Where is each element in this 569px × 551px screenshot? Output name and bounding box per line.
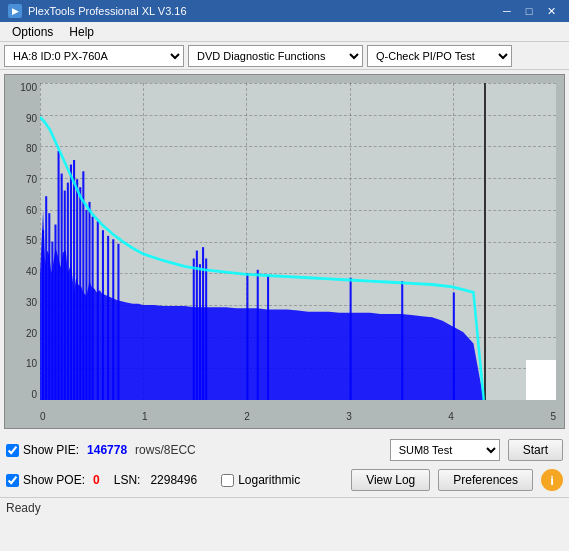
y-label-80: 80 [26, 144, 37, 154]
svg-rect-25 [196, 251, 198, 400]
svg-rect-20 [102, 230, 104, 400]
minimize-button[interactable]: ─ [497, 3, 517, 19]
pie-value: 146778 [87, 443, 127, 457]
title-bar: ▶ PlexTools Professional XL V3.16 ─ □ ✕ [0, 0, 569, 22]
x-label-0: 0 [40, 411, 46, 422]
y-label-90: 90 [26, 114, 37, 124]
show-poe-checkbox[interactable] [6, 474, 19, 487]
window-controls: ─ □ ✕ [497, 3, 561, 19]
y-label-60: 60 [26, 206, 37, 216]
svg-rect-26 [199, 264, 201, 400]
info-button[interactable]: i [541, 469, 563, 491]
x-label-1: 1 [142, 411, 148, 422]
log-checkbox-group: Logarithmic [221, 473, 300, 487]
status-text: Ready [6, 501, 41, 515]
drive-select[interactable]: HA:8 ID:0 PX-760A [4, 45, 184, 67]
svg-rect-24 [193, 258, 195, 400]
maximize-button[interactable]: □ [519, 3, 539, 19]
svg-rect-8 [61, 174, 63, 400]
svg-rect-23 [117, 244, 119, 400]
svg-rect-29 [246, 273, 248, 400]
function-select[interactable]: DVD Diagnostic Functions [188, 45, 363, 67]
chart-canvas [40, 83, 556, 400]
lsn-label: LSN: [114, 473, 141, 487]
x-label-4: 4 [448, 411, 454, 422]
svg-rect-15 [82, 171, 84, 400]
svg-rect-18 [92, 217, 94, 400]
lsn-value: 2298496 [150, 473, 197, 487]
start-button[interactable]: Start [508, 439, 563, 461]
title-bar-left: ▶ PlexTools Professional XL V3.16 [8, 4, 187, 18]
app-title: PlexTools Professional XL V3.16 [28, 5, 187, 17]
test-select[interactable]: Q-Check PI/PO Test [367, 45, 512, 67]
menu-help[interactable]: Help [61, 23, 102, 41]
poe-value: 0 [93, 473, 100, 487]
svg-rect-22 [112, 239, 114, 400]
y-label-40: 40 [26, 267, 37, 277]
svg-rect-5 [51, 242, 53, 401]
menu-bar: Options Help [0, 22, 569, 42]
svg-rect-19 [97, 221, 99, 400]
y-label-10: 10 [26, 359, 37, 369]
status-bar: Ready [0, 497, 569, 517]
show-poe-label: Show POE: [23, 473, 85, 487]
y-label-100: 100 [20, 83, 37, 93]
svg-rect-9 [64, 191, 66, 400]
svg-rect-33 [401, 281, 403, 400]
sum-test-select[interactable]: SUM8 Test SUM1 Test [390, 439, 500, 461]
close-button[interactable]: ✕ [541, 3, 561, 19]
svg-marker-1 [40, 210, 484, 400]
svg-rect-10 [67, 183, 69, 400]
y-label-70: 70 [26, 175, 37, 185]
svg-rect-28 [205, 258, 207, 400]
svg-rect-32 [350, 278, 352, 400]
view-log-button[interactable]: View Log [351, 469, 430, 491]
svg-rect-30 [257, 270, 259, 400]
svg-rect-3 [45, 196, 47, 400]
bottom-row-2: Show POE: 0 LSN: 2298496 Logarithmic Vie… [6, 467, 563, 493]
y-label-30: 30 [26, 298, 37, 308]
svg-rect-31 [267, 275, 269, 400]
chart-area: 100 90 80 70 60 50 40 30 20 10 0 [4, 74, 565, 429]
svg-rect-12 [73, 160, 75, 400]
svg-rect-13 [76, 179, 78, 400]
rows-text: rows/8ECC [135, 443, 196, 457]
bottom-panel: Show PIE: 146778 rows/8ECC SUM8 Test SUM… [0, 433, 569, 497]
poe-checkbox-group: Show POE: [6, 473, 85, 487]
svg-rect-2 [42, 230, 44, 400]
svg-rect-11 [70, 165, 72, 400]
svg-rect-21 [107, 236, 109, 400]
chart-svg [40, 83, 556, 400]
preferences-button[interactable]: Preferences [438, 469, 533, 491]
logarithmic-checkbox[interactable] [221, 474, 234, 487]
y-axis: 100 90 80 70 60 50 40 30 20 10 0 [5, 83, 40, 400]
x-label-5: 5 [550, 411, 556, 422]
y-label-50: 50 [26, 236, 37, 246]
svg-rect-6 [54, 225, 56, 400]
svg-rect-34 [453, 292, 455, 400]
svg-rect-17 [89, 202, 91, 400]
svg-rect-4 [48, 213, 50, 400]
app-icon: ▶ [8, 4, 22, 18]
y-label-0: 0 [31, 390, 37, 400]
logarithmic-label: Logarithmic [238, 473, 300, 487]
svg-rect-7 [58, 151, 60, 400]
x-label-3: 3 [346, 411, 352, 422]
svg-rect-14 [79, 187, 81, 400]
toolbar: HA:8 ID:0 PX-760A DVD Diagnostic Functio… [0, 42, 569, 70]
svg-rect-16 [85, 210, 87, 400]
x-axis: 0 1 2 3 4 5 [40, 411, 556, 422]
y-label-20: 20 [26, 329, 37, 339]
x-label-2: 2 [244, 411, 250, 422]
menu-options[interactable]: Options [4, 23, 61, 41]
pie-checkbox-group: Show PIE: [6, 443, 79, 457]
show-pie-checkbox[interactable] [6, 444, 19, 457]
show-pie-label: Show PIE: [23, 443, 79, 457]
bottom-row-1: Show PIE: 146778 rows/8ECC SUM8 Test SUM… [6, 437, 563, 463]
